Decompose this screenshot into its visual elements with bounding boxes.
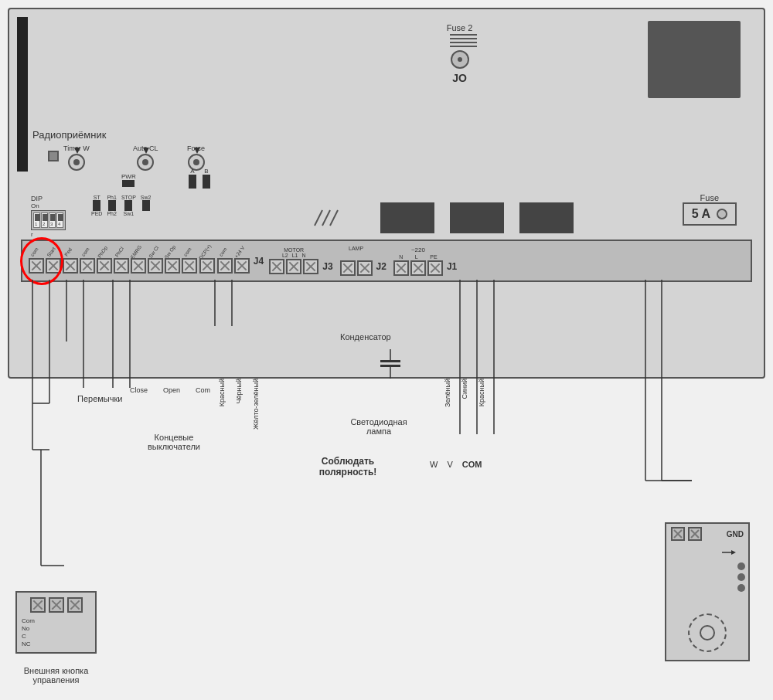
svg-rect-23 (380, 360, 400, 362)
ext-label-line1: Внешняя кнопка (15, 666, 97, 675)
ext-no-label: No (22, 625, 90, 632)
svg-line-0 (315, 210, 322, 226)
ext-button-main-label: Внешняя кнопка управления (15, 666, 97, 685)
dip-4[interactable]: 4 (56, 212, 63, 228)
open-label: Open (163, 386, 180, 394)
led-stop-label: STOP (121, 195, 136, 200)
terminal-24v: +24 V (234, 248, 250, 274)
dip-1[interactable]: 1 (33, 212, 40, 228)
force-area: Force (187, 144, 205, 171)
led-ph2-label: Ph2 (107, 211, 116, 216)
timer-w-area: Timer W (63, 144, 90, 171)
dip-2[interactable]: 2 (41, 212, 48, 228)
led-sw2 (142, 200, 150, 211)
terminal-com3: com (182, 248, 197, 274)
pwr-indicator (122, 180, 135, 187)
terminal-swcl: Sw Cl (148, 248, 163, 274)
fuse5a-title: Fuse (700, 193, 719, 202)
com-connector-label: COM (462, 460, 482, 469)
j2-area: LAMP (340, 246, 373, 276)
polarity-line2: полярность! (294, 467, 402, 477)
svg-marker-27 (731, 550, 736, 555)
wire-red2-label: Красный (478, 379, 485, 406)
terminal-com2: com (80, 248, 95, 274)
power-terminal-n (393, 260, 409, 276)
j1-area: ~220 N L PE (393, 246, 443, 276)
terminal-com4: com (217, 248, 233, 274)
j3-label: J3 (322, 261, 332, 272)
ext-terminal-3 (67, 597, 83, 613)
com-wire-label: Com (196, 386, 210, 394)
motor-l1: L1 (292, 253, 298, 258)
red-circle-highlight (20, 237, 63, 285)
kv-label: Концевые выключатели (135, 433, 213, 451)
wire-yg-label: Жёлто-зелёный (252, 379, 260, 430)
led-ped-label: PED (91, 211, 102, 216)
ab-area: A B (189, 168, 210, 189)
fuse2-circle (451, 50, 469, 69)
polarity-label: Соблюдать полярность! (294, 456, 402, 477)
kv-line2: выключатели (135, 442, 213, 451)
wire-red-label: Красный (218, 379, 226, 406)
terminal-emrg: EMRG (131, 248, 146, 274)
motor-terminal-n (303, 259, 318, 274)
power-n: N (399, 254, 403, 260)
square-icon-left (48, 151, 59, 161)
left-bar (17, 17, 28, 172)
capacitor-symbol (379, 349, 402, 383)
auto-cl-area: Auto CL (133, 144, 158, 171)
svg-line-2 (330, 210, 338, 226)
j1-label: J1 (447, 261, 457, 272)
j0-label: JO (452, 72, 467, 84)
fuse5a-box: 5 A (683, 202, 737, 226)
wire-blue-label: Синий (461, 379, 468, 399)
svg-line-1 (322, 210, 330, 226)
j4-terminals: com Start Ped (29, 248, 264, 274)
fuse5a-val: 5 A (692, 207, 710, 221)
dark-rect-top-right (648, 21, 741, 98)
pwr-area: PWR (121, 173, 136, 187)
ext-terminal-1 (30, 597, 46, 613)
ext-com-label: Com (22, 617, 90, 624)
j3-area: MOTOR L2 L1 N (269, 247, 318, 274)
wvc-labels: W V COM (430, 460, 482, 469)
a-label: A (190, 168, 194, 175)
led-sw1-label: Sw1 (124, 211, 135, 216)
led-st (93, 200, 100, 211)
svg-rect-24 (380, 365, 400, 367)
j2-label: J2 (376, 261, 386, 272)
w-label: W (430, 460, 438, 469)
ext-button-box: Com No C NC (15, 591, 97, 654)
led-st-label: ST (94, 195, 100, 200)
terminal-phop: PhOp (97, 248, 112, 274)
fuse5a-cap (717, 209, 727, 219)
gnd-label: GND (727, 530, 744, 539)
dip-3[interactable]: 3 (49, 212, 56, 228)
terminal-dcp: DCP(+) (199, 248, 216, 274)
pwr-label: PWR (121, 173, 136, 180)
lamp-label: LAMP (340, 246, 373, 251)
sl-label: Светодиодная лампа (332, 417, 425, 436)
gnd-arrow (722, 545, 737, 559)
polarity-line1: Соблюдать (294, 456, 402, 467)
dark-rect-mid2 (450, 202, 504, 233)
motor-label: MOTOR (269, 247, 318, 253)
motor-l2: L2 (282, 253, 288, 258)
dip-area: DIP On 1 2 3 4 r (31, 195, 66, 238)
close-open-com-area: Close Open Com (130, 386, 210, 394)
terminal-ped: Ped (63, 248, 78, 274)
ext-nc-label: NC (22, 641, 90, 647)
wiring-svg (12, 280, 769, 697)
b-indicator (203, 175, 210, 189)
j4-label: J4 (254, 256, 264, 267)
fuse2-area: Fuse 2 JO (442, 23, 477, 84)
kv-line1: Концевые (135, 433, 213, 442)
v-label: V (447, 460, 452, 469)
power-sub-label: ~220 (393, 246, 443, 253)
page-container: Fuse 2 JO Радиоприёмник Timer W (0, 0, 773, 700)
terminal-swop: Sw Op (165, 248, 180, 274)
motor-terminal-l1 (286, 259, 301, 274)
dark-rect-mid1 (380, 202, 434, 233)
dip-on: On (31, 202, 66, 209)
fuse5a-area: Fuse 5 A (683, 193, 737, 226)
